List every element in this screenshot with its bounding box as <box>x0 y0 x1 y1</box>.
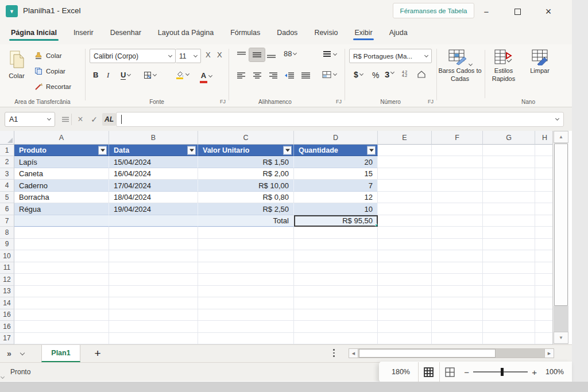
cell-F6[interactable] <box>432 203 483 215</box>
cell-H1[interactable] <box>535 145 555 156</box>
page-layout-button[interactable] <box>440 367 461 377</box>
cell-H7[interactable] <box>535 215 555 227</box>
column-header-G[interactable]: G <box>483 131 535 145</box>
cell-G2[interactable] <box>483 156 535 168</box>
cell-E6[interactable] <box>378 203 432 215</box>
cell-G14[interactable] <box>483 297 535 309</box>
row-header-13[interactable]: 13 <box>0 286 14 297</box>
cell-E4[interactable] <box>378 180 432 191</box>
cell-E16[interactable] <box>378 309 432 321</box>
shrink-font-button[interactable]: X <box>217 51 222 59</box>
borders-button[interactable] <box>144 71 156 79</box>
cell-D11[interactable] <box>294 262 378 274</box>
cell-B4[interactable]: 17/04/2024 <box>109 180 198 191</box>
cut-button[interactable]: Recortar <box>34 83 71 91</box>
zoom-slider-thumb[interactable] <box>501 368 504 376</box>
cell-E10[interactable] <box>378 250 432 262</box>
cell-E12[interactable] <box>378 274 432 285</box>
vertical-scroll-thumb[interactable] <box>554 143 568 306</box>
cancel-entry-button[interactable]: × <box>75 112 86 127</box>
cell-C6[interactable]: R$ 2,50 <box>198 203 294 215</box>
cell-B12[interactable] <box>109 274 198 285</box>
filter-button[interactable] <box>187 146 196 154</box>
cell-F8[interactable] <box>432 227 483 238</box>
sheet-tab-plan1[interactable]: Plan1 <box>41 345 80 362</box>
cell-D17[interactable] <box>294 333 378 344</box>
row-header-4[interactable]: 4 <box>0 180 14 191</box>
cell-E11[interactable] <box>378 262 432 274</box>
align-top-button[interactable] <box>237 51 246 59</box>
cell-A2[interactable]: Lapís <box>14 156 109 168</box>
row-header-10[interactable]: 10 <box>0 250 14 262</box>
cell-B13[interactable] <box>109 286 198 297</box>
data-bars-button[interactable]: Barss Cados to Cadas <box>438 49 482 83</box>
cell-A6[interactable]: Régua <box>14 203 109 215</box>
minimize-button[interactable]: − <box>479 4 494 19</box>
cell-A4[interactable]: Caderno <box>14 180 109 191</box>
cell-G7[interactable] <box>483 215 535 227</box>
row-header-2[interactable]: 2 <box>0 156 14 168</box>
cell-F7[interactable] <box>432 215 483 227</box>
cell-B2[interactable]: 15/04/2024 <box>109 156 198 168</box>
cell-G16[interactable] <box>483 309 535 321</box>
cell-C14[interactable] <box>198 297 294 309</box>
cell-G8[interactable] <box>483 227 535 238</box>
row-header-11[interactable]: 11 <box>0 262 14 274</box>
row-header-8[interactable]: 8 <box>0 227 14 238</box>
font-name-combo[interactable]: Calibri (Corpo) <box>90 49 176 63</box>
column-header-F[interactable]: F <box>432 131 483 145</box>
align-center-button[interactable] <box>253 72 262 79</box>
row-header-16[interactable]: 16 <box>0 309 14 321</box>
cell-A16[interactable] <box>14 321 109 332</box>
align-right-button[interactable] <box>269 72 278 79</box>
column-header-D[interactable]: D <box>294 131 378 145</box>
cell-C1[interactable]: Valor Unitario <box>198 145 294 156</box>
bold-button[interactable]: B <box>93 71 98 79</box>
sheet-nav-arrows-icon[interactable]: » <box>7 349 11 358</box>
currency-button[interactable]: $ <box>354 70 363 79</box>
horizontal-scroll-track[interactable] <box>496 349 545 358</box>
decrease-indent-button[interactable] <box>284 72 295 79</box>
row-header-3[interactable]: 3 <box>0 168 14 180</box>
cell-G4[interactable] <box>483 180 535 191</box>
cell-G16[interactable] <box>483 321 535 332</box>
cell-D6[interactable]: 10 <box>294 203 378 215</box>
cell-D3[interactable]: 15 <box>294 168 378 180</box>
cell-D4[interactable]: 7 <box>294 180 378 191</box>
cell-H14[interactable] <box>535 297 555 309</box>
row-header-1[interactable]: 1 <box>0 145 14 156</box>
font-size-combo[interactable]: 11 <box>176 49 201 63</box>
cell-A11[interactable] <box>14 262 109 274</box>
row-header-14[interactable]: 14 <box>0 297 14 309</box>
align-middle-button[interactable] <box>249 48 265 61</box>
paste-small-button[interactable]: Colar <box>34 52 61 60</box>
cell-D9[interactable] <box>294 239 378 250</box>
more-options-icon[interactable] <box>333 349 335 357</box>
cell-C11[interactable] <box>198 262 294 274</box>
cell-G13[interactable] <box>483 286 535 297</box>
cell-G5[interactable] <box>483 192 535 203</box>
clear-button[interactable]: Limpar <box>524 49 556 74</box>
cell-D14[interactable] <box>294 297 378 309</box>
cell-D10[interactable] <box>294 250 378 262</box>
cell-C16[interactable] <box>198 309 294 321</box>
cell-A8[interactable] <box>14 227 109 238</box>
cell-E3[interactable] <box>378 168 432 180</box>
vertical-scrollbar[interactable]: ▲ ▼ <box>552 131 568 344</box>
cell-F11[interactable] <box>432 262 483 274</box>
tab-inserir[interactable]: Inserir <box>73 26 94 41</box>
column-header-C[interactable]: C <box>198 131 294 145</box>
cell-F9[interactable] <box>432 239 483 250</box>
cell-F2[interactable] <box>432 156 483 168</box>
cell-D13[interactable] <box>294 286 378 297</box>
fill-handle[interactable] <box>375 224 378 227</box>
cell-A16[interactable] <box>14 309 109 321</box>
cell-E17[interactable] <box>378 333 432 344</box>
cell-H8[interactable] <box>535 227 555 238</box>
cell-D8[interactable] <box>294 227 378 238</box>
cell-B10[interactable] <box>109 250 198 262</box>
tab-revisio[interactable]: Revisio <box>314 26 338 41</box>
cell-F16[interactable] <box>432 321 483 332</box>
cell-G17[interactable] <box>483 333 535 344</box>
cell-B7[interactable] <box>109 215 198 227</box>
